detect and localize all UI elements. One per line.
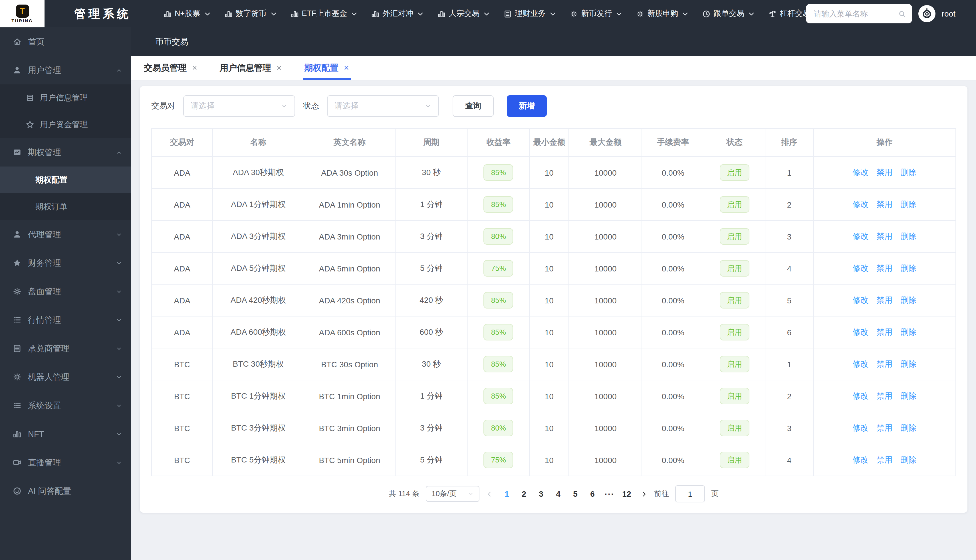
nav-menu-ipo-subscribe[interactable]: 新股申购 xyxy=(636,8,690,19)
action-delete-link[interactable]: 删除 xyxy=(901,199,917,208)
nav-menu-n-stocks[interactable]: N+股票 xyxy=(163,8,211,19)
action-disable-link[interactable]: 禁用 xyxy=(877,423,892,432)
sidebar-item-finance-mgmt[interactable]: 财务管理 xyxy=(0,248,131,277)
action-edit-link[interactable]: 修改 xyxy=(853,199,869,208)
action-edit-link[interactable]: 修改 xyxy=(853,455,869,464)
sidebar-item-agent-mgmt[interactable]: 代理管理 xyxy=(0,220,131,248)
page-number-6[interactable]: 6 xyxy=(585,489,600,498)
sidebar-item-robot-mgmt[interactable]: 机器人管理 xyxy=(0,363,131,391)
close-icon[interactable] xyxy=(343,65,350,71)
tab-options-config[interactable]: 期权配置 xyxy=(304,56,350,80)
status-badge: 启用 xyxy=(720,164,749,181)
sidebar-item-market-mgmt[interactable]: 行情管理 xyxy=(0,306,131,334)
action-disable-link[interactable]: 禁用 xyxy=(877,391,892,400)
page-number-12[interactable]: 12 xyxy=(619,489,634,498)
status-select[interactable]: 请选择 xyxy=(327,95,439,117)
action-edit-link[interactable]: 修改 xyxy=(853,391,869,400)
close-icon[interactable] xyxy=(191,65,198,71)
sidebar-item-ai-qa-config[interactable]: AI 问答配置 xyxy=(0,477,131,505)
action-delete-link[interactable]: 删除 xyxy=(901,295,917,304)
query-button[interactable]: 查询 xyxy=(453,95,494,117)
action-edit-link[interactable]: 修改 xyxy=(853,167,869,177)
menu-search-box[interactable] xyxy=(806,4,912,23)
page-ellipsis[interactable]: ··· xyxy=(602,489,617,498)
sidebar-item-acceptor-mgmt[interactable]: 承兑商管理 xyxy=(0,334,131,363)
cell-sort: 4 xyxy=(765,444,813,476)
sidebar-item-board-mgmt[interactable]: 盘面管理 xyxy=(0,277,131,306)
sidebar-item-options-config[interactable]: 期权配置 xyxy=(0,167,131,193)
page-number-3[interactable]: 3 xyxy=(534,489,548,498)
action-edit-link[interactable]: 修改 xyxy=(853,231,869,240)
action-edit-link[interactable]: 修改 xyxy=(853,359,869,368)
action-disable-link[interactable]: 禁用 xyxy=(877,327,892,336)
action-edit-link[interactable]: 修改 xyxy=(853,295,869,304)
nav-menu-crypto[interactable]: 数字货币 xyxy=(224,8,277,19)
pair-select[interactable]: 请选择 xyxy=(183,95,295,117)
search-icon[interactable] xyxy=(898,9,906,18)
action-edit-link[interactable]: 修改 xyxy=(853,423,869,432)
action-delete-link[interactable]: 删除 xyxy=(901,327,917,336)
sidebar-item-live-mgmt[interactable]: 直播管理 xyxy=(0,448,131,477)
action-disable-link[interactable]: 禁用 xyxy=(877,295,892,304)
sidebar-item-home[interactable]: 首页 xyxy=(0,27,131,56)
nav-menu-forex-hedge[interactable]: 外汇对冲 xyxy=(371,8,424,19)
sidebar-item-user-funds-mgmt[interactable]: 用户资金管理 xyxy=(0,111,131,138)
action-delete-link[interactable]: 删除 xyxy=(901,231,917,240)
action-delete-link[interactable]: 删除 xyxy=(901,263,917,272)
user-chevron-down-icon[interactable] xyxy=(962,10,968,17)
next-page-button[interactable] xyxy=(640,490,648,498)
cell-status: 启用 xyxy=(704,157,765,188)
nav-menu-new-coin-issue[interactable]: 新币发行 xyxy=(570,8,623,19)
action-edit-link[interactable]: 修改 xyxy=(853,263,869,272)
nav-menu-block-trade[interactable]: 大宗交易 xyxy=(437,8,491,19)
sidebar-item-options-mgmt[interactable]: 期权管理 xyxy=(0,138,131,167)
workspace-label[interactable]: 币币交易 xyxy=(155,36,188,47)
chevron-down-icon xyxy=(116,374,122,380)
cell-name-en: ADA 420s Option xyxy=(304,284,395,316)
table-row: BTCBTC 30秒期权BTC 30s Option30 秒85%1010000… xyxy=(152,348,956,380)
action-disable-link[interactable]: 禁用 xyxy=(877,359,892,368)
action-disable-link[interactable]: 禁用 xyxy=(877,167,892,177)
list-icon xyxy=(13,315,22,325)
sidebar-item-user-mgmt[interactable]: 用户管理 xyxy=(0,56,131,84)
prev-page-button[interactable] xyxy=(486,490,493,498)
avatar[interactable] xyxy=(918,5,936,22)
rate-badge: 85% xyxy=(484,292,513,308)
workspace-chevron-down-icon[interactable] xyxy=(192,38,199,45)
rate-badge: 85% xyxy=(484,164,513,181)
tab-trader-mgmt[interactable]: 交易员管理 xyxy=(144,56,198,80)
action-delete-link[interactable]: 删除 xyxy=(901,359,917,368)
sidebar-item-user-info-mgmt[interactable]: 用户信息管理 xyxy=(0,84,131,111)
action-delete-link[interactable]: 删除 xyxy=(901,167,917,177)
action-disable-link[interactable]: 禁用 xyxy=(877,199,892,208)
action-delete-link[interactable]: 删除 xyxy=(901,455,917,464)
action-delete-link[interactable]: 删除 xyxy=(901,391,917,400)
page-number-2[interactable]: 2 xyxy=(516,489,531,498)
action-edit-link[interactable]: 修改 xyxy=(853,327,869,336)
sidebar-item-options-orders[interactable]: 期权订单 xyxy=(0,193,131,220)
sidebar-item-label: 用户信息管理 xyxy=(40,93,131,103)
action-disable-link[interactable]: 禁用 xyxy=(877,231,892,240)
goto-page-input[interactable] xyxy=(675,485,705,502)
add-button[interactable]: 新增 xyxy=(507,95,547,117)
tab-user-info-mgmt[interactable]: 用户信息管理 xyxy=(220,56,282,80)
table-row: ADAADA 5分钟期权ADA 5min Option5 分钟75%101000… xyxy=(152,252,956,284)
cell-status: 启用 xyxy=(704,188,765,220)
nav-menu-etf-funds[interactable]: ETF上市基金 xyxy=(290,8,358,19)
page-number-1[interactable]: 1 xyxy=(500,489,514,498)
cell-rate: 85% xyxy=(468,284,530,316)
action-disable-link[interactable]: 禁用 xyxy=(877,455,892,464)
brand-logo[interactable]: T TURING xyxy=(0,0,45,27)
nav-menu-wealth-biz[interactable]: 理财业务 xyxy=(503,8,557,19)
menu-search-input[interactable] xyxy=(813,9,896,18)
cell-name: BTC 3分钟期权 xyxy=(212,412,304,444)
sidebar-item-nft[interactable]: NFT xyxy=(0,420,131,448)
page-number-4[interactable]: 4 xyxy=(551,489,566,498)
page-number-5[interactable]: 5 xyxy=(568,489,583,498)
sidebar-item-system-settings[interactable]: 系统设置 xyxy=(0,391,131,420)
page-size-select[interactable]: 10条/页 xyxy=(426,486,480,502)
nav-menu-copy-trade[interactable]: 跟单交易 xyxy=(702,8,756,19)
close-icon[interactable] xyxy=(276,65,282,71)
action-disable-link[interactable]: 禁用 xyxy=(877,263,892,272)
action-delete-link[interactable]: 删除 xyxy=(901,423,917,432)
